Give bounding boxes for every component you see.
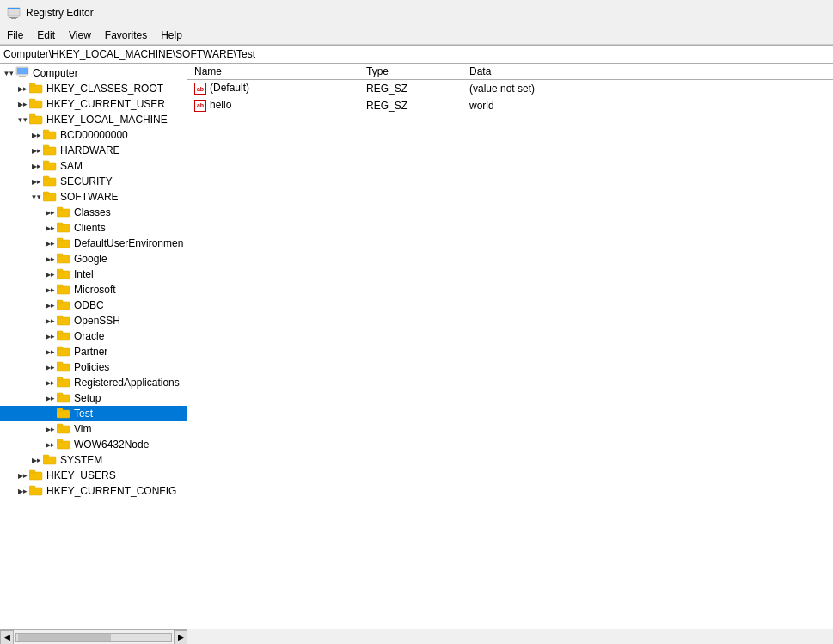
tree-item-software[interactable]: ▾ SOFTWARE (0, 189, 187, 205)
tree-item-policies[interactable]: ▸ Policies (0, 359, 187, 375)
tree-label-hkcc: HKEY_CURRENT_CONFIG (45, 485, 176, 497)
tree-item-bcd[interactable]: ▸ BCD00000000 (0, 127, 187, 143)
tree-expander-bcd[interactable]: ▸ (29, 128, 43, 142)
horizontal-scrollbar[interactable]: ◀ ▶ (0, 629, 187, 644)
menu-file[interactable]: File (0, 28, 30, 42)
tree-item-regapps[interactable]: ▸ RegisteredApplications (0, 375, 187, 390)
folder-icon (29, 483, 45, 500)
tree-item-hkcc[interactable]: ▸ HKEY_CURRENT_CONFIG (0, 483, 187, 499)
tree-expander-defaultuserenv[interactable]: ▸ (43, 236, 57, 250)
svg-rect-20 (43, 178, 56, 186)
tree-label-computer: Computer (31, 67, 78, 79)
tree-expander-wow6432[interactable]: ▸ (43, 438, 57, 451)
tree-item-system[interactable]: ▸ SYSTEM (0, 452, 187, 468)
tree-item-hku[interactable]: ▸ HKEY_USERS (0, 468, 187, 483)
svg-rect-37 (57, 300, 63, 303)
tree-expander-hku[interactable]: ▸ (15, 469, 29, 482)
tree-expander-hardware[interactable]: ▸ (29, 144, 43, 157)
tree-item-classes[interactable]: ▸ Classes (0, 205, 187, 220)
detail-row-0[interactable]: ab(Default)REG_SZ(value not set) (187, 80, 833, 97)
tree-item-hkcu[interactable]: ▸ HKEY_CURRENT_USER (0, 96, 187, 112)
tree-expander-openssh[interactable]: ▸ (43, 314, 57, 328)
menu-edit[interactable]: Edit (30, 28, 62, 42)
svg-rect-32 (57, 271, 70, 279)
tree-expander-google[interactable]: ▸ (43, 252, 57, 266)
tree-item-microsoft[interactable]: ▸ Microsoft (0, 282, 187, 297)
tree-label-hkcu: HKEY_CURRENT_USER (45, 98, 165, 110)
tree-item-intel[interactable]: ▸ Intel (0, 267, 187, 282)
computer-icon (15, 65, 31, 82)
title-bar: Registry Editor (0, 0, 833, 26)
tree-label-oracle: Oracle (72, 330, 104, 342)
svg-rect-30 (57, 255, 70, 263)
tree-item-test[interactable]: Test (0, 406, 187, 421)
svg-rect-47 (57, 377, 63, 380)
tree-expander-software[interactable]: ▾ (29, 190, 43, 204)
tree-item-security[interactable]: ▸ SECURITY (0, 174, 187, 189)
tree-item-wow6432[interactable]: ▸ WOW6432Node (0, 437, 187, 452)
tree-expander-intel[interactable]: ▸ (43, 267, 57, 281)
tree-panel[interactable]: ▾ Computer▸ HKEY_CLASSES_ROOT▸ HKEY_CURR… (0, 64, 187, 629)
svg-rect-33 (57, 269, 63, 272)
svg-rect-44 (57, 364, 70, 371)
detail-row-1[interactable]: abhelloREG_SZworld (187, 97, 833, 114)
tree-expander-computer[interactable]: ▾ (2, 66, 15, 80)
tree-item-openssh[interactable]: ▸ OpenSSH (0, 313, 187, 328)
tree-expander-oracle[interactable]: ▸ (43, 329, 57, 343)
tree-item-google[interactable]: ▸ Google (0, 251, 187, 267)
tree-expander-clients[interactable]: ▸ (43, 221, 57, 235)
tree-item-partner[interactable]: ▸ Partner (0, 344, 187, 359)
tree-expander-microsoft[interactable]: ▸ (43, 283, 57, 297)
tree-item-vim[interactable]: ▸ Vim (0, 421, 187, 437)
tree-expander-vim[interactable]: ▸ (43, 422, 57, 436)
svg-rect-18 (43, 163, 56, 170)
tree-expander-hkcu[interactable]: ▸ (15, 97, 29, 111)
tree-label-sam: SAM (58, 160, 83, 172)
tree-item-odbc[interactable]: ▸ ODBC (0, 297, 187, 313)
menu-view[interactable]: View (62, 28, 98, 42)
svg-rect-49 (57, 393, 63, 396)
tree-item-sam[interactable]: ▸ SAM (0, 158, 187, 174)
tree-item-defaultuserenv[interactable]: ▸ DefaultUserEnvironmen (0, 236, 187, 251)
tree-expander-security[interactable]: ▸ (29, 175, 43, 188)
menu-favorites[interactable]: Favorites (98, 28, 154, 42)
tree-item-hardware[interactable]: ▸ HARDWARE (0, 143, 187, 158)
tree-expander-odbc[interactable]: ▸ (43, 298, 57, 312)
app-icon (7, 6, 21, 20)
tree-expander-policies[interactable]: ▸ (43, 360, 57, 374)
tree-label-wow6432: WOW6432Node (72, 439, 149, 451)
tree-expander-system[interactable]: ▸ (29, 453, 43, 467)
scroll-track[interactable] (15, 633, 172, 642)
tree-expander-partner[interactable]: ▸ (43, 345, 57, 359)
scroll-left-btn[interactable]: ◀ (0, 630, 14, 645)
tree-item-clients[interactable]: ▸ Clients (0, 220, 187, 236)
detail-panel: Name Type Data ab(Default)REG_SZ(value n… (187, 64, 833, 629)
tree-item-oracle[interactable]: ▸ Oracle (0, 328, 187, 344)
scroll-thumb[interactable] (18, 634, 111, 641)
tree-item-setup[interactable]: ▸ Setup (0, 390, 187, 406)
svg-rect-3 (11, 18, 16, 19)
tree-expander-setup[interactable]: ▸ (43, 391, 57, 405)
tree-expander-classes[interactable]: ▸ (43, 205, 57, 219)
value-icon-0: ab (194, 83, 206, 95)
svg-rect-57 (43, 455, 49, 457)
folder-icon (29, 112, 45, 128)
svg-rect-39 (57, 316, 63, 318)
folder-icon (57, 328, 72, 345)
tree-item-computer[interactable]: ▾ Computer (0, 65, 187, 81)
tree-expander-hkcr[interactable]: ▸ (15, 82, 29, 95)
tree-expander-sam[interactable]: ▸ (29, 159, 43, 173)
folder-icon (29, 96, 45, 113)
tree-expander-regapps[interactable]: ▸ (43, 376, 57, 389)
tree-item-hklm[interactable]: ▾ HKEY_LOCAL_MACHINE (0, 112, 187, 127)
menu-help[interactable]: Help (154, 28, 189, 42)
tree-expander-hkcc[interactable]: ▸ (15, 484, 29, 498)
svg-rect-28 (57, 240, 70, 248)
scroll-right-btn[interactable]: ▶ (174, 630, 187, 645)
folder-icon (57, 282, 72, 298)
tree-label-vim: Vim (72, 423, 91, 435)
svg-rect-45 (57, 362, 63, 365)
tree-item-hkcr[interactable]: ▸ HKEY_CLASSES_ROOT (0, 81, 187, 96)
folder-icon (43, 158, 58, 175)
tree-expander-hklm[interactable]: ▾ (15, 113, 29, 126)
